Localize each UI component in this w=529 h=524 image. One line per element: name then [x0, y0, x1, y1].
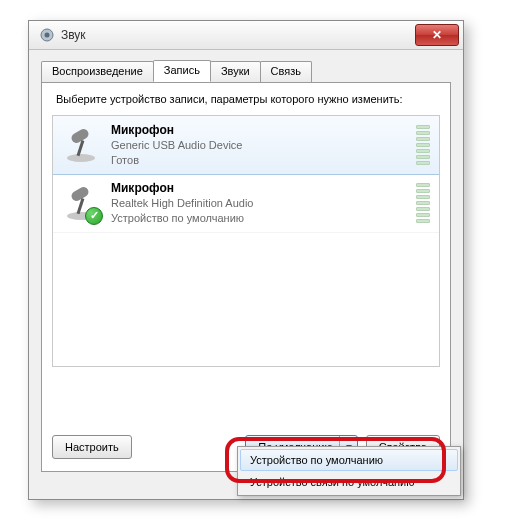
default-dropdown-menu: Устройство по умолчанию Устройство связи… — [237, 446, 461, 496]
window-title: Звук — [61, 28, 415, 42]
device-text: Микрофон Realtek High Definition Audio У… — [101, 180, 415, 226]
device-status: Устройство по умолчанию — [111, 211, 415, 226]
sound-dialog: Звук ✕ Воспроизведение Запись Звуки Связ… — [28, 20, 464, 500]
button-label: Настроить — [65, 441, 119, 453]
titlebar[interactable]: Звук ✕ — [29, 21, 463, 50]
svg-point-1 — [45, 33, 50, 38]
tab-playback[interactable]: Воспроизведение — [41, 61, 154, 83]
instruction-text: Выберите устройство записи, параметры ко… — [42, 83, 450, 111]
menu-item-label: Устройство по умолчанию — [250, 454, 383, 466]
configure-button[interactable]: Настроить — [52, 435, 132, 459]
device-desc: Realtek High Definition Audio — [111, 196, 415, 211]
device-name: Микрофон — [111, 122, 415, 138]
tab-recording[interactable]: Запись — [153, 60, 211, 82]
menu-item-default-device[interactable]: Устройство по умолчанию — [240, 449, 458, 471]
menu-item-label: Устройство связи по умолчанию — [250, 476, 414, 488]
close-icon: ✕ — [432, 28, 442, 42]
tab-communications[interactable]: Связь — [260, 61, 312, 83]
device-status: Готов — [111, 153, 415, 168]
tab-label: Воспроизведение — [52, 65, 143, 77]
tab-label: Звуки — [221, 65, 250, 77]
svg-rect-3 — [70, 127, 91, 145]
svg-point-2 — [67, 154, 95, 162]
speaker-icon — [39, 27, 55, 43]
microphone-icon — [61, 125, 101, 165]
level-meter — [415, 124, 431, 166]
close-button[interactable]: ✕ — [415, 24, 459, 46]
device-name: Микрофон — [111, 180, 415, 196]
device-text: Микрофон Generic USB Audio Device Готов — [101, 122, 415, 168]
svg-rect-6 — [70, 185, 91, 203]
tab-label: Запись — [164, 64, 200, 76]
device-desc: Generic USB Audio Device — [111, 138, 415, 153]
tab-panel: Выберите устройство записи, параметры ко… — [41, 82, 451, 472]
device-row[interactable]: ✓ Микрофон Realtek High Definition Audio… — [53, 174, 439, 233]
menu-item-default-comm-device[interactable]: Устройство связи по умолчанию — [240, 471, 458, 493]
level-meter — [415, 182, 431, 224]
tab-sounds[interactable]: Звуки — [210, 61, 261, 83]
device-list[interactable]: Микрофон Generic USB Audio Device Готов … — [52, 115, 440, 367]
default-check-icon: ✓ — [85, 207, 103, 225]
tab-strip: Воспроизведение Запись Звуки Связь — [29, 50, 463, 82]
microphone-icon: ✓ — [61, 183, 101, 223]
tab-label: Связь — [271, 65, 301, 77]
device-row[interactable]: Микрофон Generic USB Audio Device Готов — [52, 115, 440, 175]
